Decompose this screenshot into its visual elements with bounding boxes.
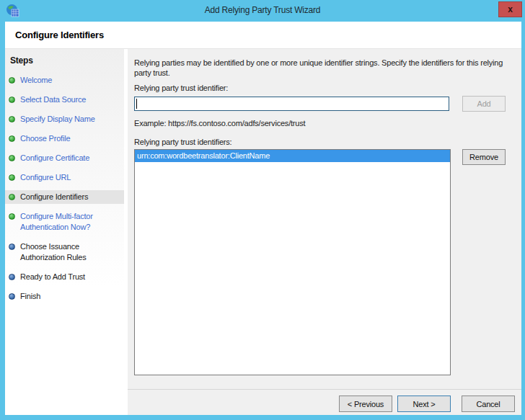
step-welcome[interactable]: Welcome [5,73,124,87]
close-button[interactable]: x [498,1,522,17]
step-choose-profile[interactable]: Choose Profile [5,132,124,146]
window-title: Add Relying Party Trust Wizard [0,5,525,15]
wizard-window: Add Relying Party Trust Wizard x Configu… [0,0,525,420]
title-bar: Add Relying Party Trust Wizard x [0,0,525,22]
previous-button[interactable]: < Previous [339,396,392,412]
step-status-dot [9,293,15,300]
step-label: Configure Identifiers [20,192,88,202]
page-header: Configure Identifiers [5,22,521,49]
step-configure-identifiers[interactable]: Configure Identifiers [5,190,124,204]
step-status-dot [9,243,15,250]
identifier-list-item[interactable]: urn:com:wordbeetranslator:ClientName [135,150,450,162]
step-label: Choose Profile [20,133,70,144]
step-label: Configure Certificate [20,153,89,164]
step-label: Finish [20,291,40,302]
step-status-dot [9,77,15,84]
step-configure-url[interactable]: Configure URL [5,171,124,184]
step-configure-certificate[interactable]: Configure Certificate [5,151,124,165]
next-button[interactable]: Next > [397,396,451,412]
step-choose-issuance-rules: Choose Issuance Authorization Rules [5,240,124,264]
steps-list: Welcome Select Data Source Specify Displ… [5,73,124,303]
step-finish: Finish [5,290,124,303]
step-label: Welcome [20,75,52,86]
step-ready-to-add-trust: Ready to Add Trust [5,270,124,284]
step-status-dot [9,155,15,161]
identifiers-listbox[interactable]: urn:com:wordbeetranslator:ClientName [134,149,451,375]
step-label: Choose Issuance Authorization Rules [20,241,120,263]
steps-sidebar: Steps Welcome Select Data Source Specify… [5,49,128,415]
description-text: Relying parties may be identified by one… [134,58,518,78]
page-title: Configure Identifiers [15,30,104,40]
identifier-input[interactable] [134,97,449,111]
step-label: Configure Multi-factor Authentication No… [20,211,120,233]
step-status-dot [9,274,15,280]
identifiers-list-label: Relying party trust identifiers: [134,138,231,146]
step-configure-multifactor[interactable]: Configure Multi-factor Authentication No… [5,210,124,234]
identifier-input-label: Relying party trust identifier: [134,84,228,92]
step-status-dot [9,194,15,200]
add-button[interactable]: Add [462,96,506,112]
text-cursor [136,99,137,109]
main-content: Relying parties may be identified by one… [128,49,521,389]
footer-bar: < Previous Next > Cancel [128,389,521,415]
step-status-dot [9,97,15,103]
step-label: Select Data Source [20,94,86,105]
cancel-button[interactable]: Cancel [462,396,515,412]
step-label: Configure URL [20,172,71,183]
step-status-dot [9,213,15,220]
example-text: Example: https://fs.contoso.com/adfs/ser… [134,119,305,128]
step-select-data-source[interactable]: Select Data Source [5,93,124,107]
step-status-dot [9,116,15,122]
step-status-dot [9,135,15,142]
remove-button[interactable]: Remove [462,149,506,165]
steps-heading: Steps [5,49,124,73]
step-label: Ready to Add Trust [20,272,85,282]
step-specify-display-name[interactable]: Specify Display Name [5,112,124,126]
step-label: Specify Display Name [20,114,95,125]
step-status-dot [9,174,15,181]
